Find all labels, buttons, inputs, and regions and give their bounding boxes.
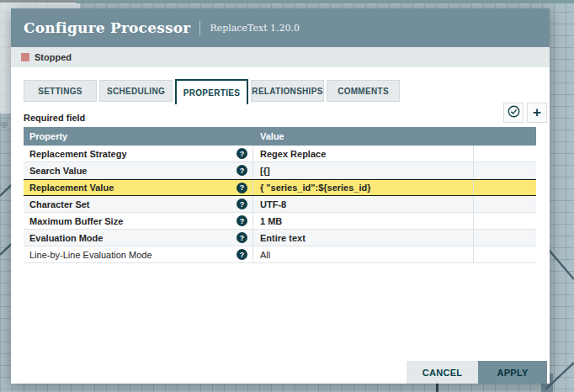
help-icon[interactable]: ? [237, 199, 247, 209]
tab-comments[interactable]: COMMENTS [327, 80, 400, 102]
property-name: Character Set [29, 199, 237, 209]
stopped-square-icon [21, 53, 29, 61]
row-extra-cell [474, 246, 536, 262]
property-value[interactable]: [{] [253, 162, 474, 178]
property-name: Line-by-Line Evaluation Mode [29, 250, 237, 260]
property-value[interactable]: { "series_id":${series_id} [253, 180, 474, 195]
property-value[interactable]: UTF-8 [253, 196, 474, 212]
property-row-line-by-line-evaluation-mode[interactable]: Line-by-Line Evaluation Mode ? All [24, 246, 536, 263]
help-icon[interactable]: ? [237, 148, 247, 159]
row-extra-cell [474, 162, 536, 178]
property-name: Replacement Value [29, 183, 237, 193]
status-bar: Stopped [11, 47, 550, 67]
property-row-character-set[interactable]: Character Set ? UTF-8 [24, 196, 536, 213]
dialog-title: Configure Processor [24, 19, 190, 36]
column-header-value: Value [253, 131, 284, 141]
row-extra-cell [474, 196, 536, 212]
add-property-button[interactable]: + [527, 103, 547, 123]
property-row-evaluation-mode[interactable]: Evaluation Mode ? Entire text [24, 230, 536, 246]
cancel-button[interactable]: CANCEL [407, 361, 478, 384]
property-name: Maximum Buffer Size [29, 216, 237, 226]
dialog-header: Configure Processor ReplaceText 1.20.0 [11, 8, 550, 47]
property-row-replacement-strategy[interactable]: Replacement Strategy ? Regex Replace [24, 146, 536, 162]
tab-properties[interactable]: PROPERTIES [175, 79, 248, 104]
help-icon[interactable]: ? [237, 232, 247, 243]
tab-relationships[interactable]: RELATIONSHIPS [251, 80, 324, 102]
table-header: Property Value [24, 127, 536, 146]
row-extra-cell [474, 230, 536, 246]
property-value[interactable]: All [253, 246, 474, 262]
help-icon[interactable]: ? [237, 165, 247, 176]
verify-properties-button[interactable] [503, 103, 524, 123]
properties-table: Property Value Replacement Strategy ? Re… [24, 127, 536, 263]
property-value[interactable]: 1 MB [253, 213, 474, 229]
row-extra-cell [474, 180, 536, 195]
help-icon[interactable]: ? [237, 215, 247, 226]
column-header-property: Property [24, 131, 253, 141]
processor-type-version: ReplaceText 1.20.0 [210, 23, 300, 34]
property-name: Evaluation Mode [29, 233, 237, 243]
row-extra-cell [474, 146, 536, 162]
configure-processor-dialog: Configure Processor ReplaceText 1.20.0 S… [11, 8, 550, 384]
property-row-search-value[interactable]: Search Value ? [{] [24, 162, 536, 179]
title-divider [199, 21, 200, 35]
property-value[interactable]: Entire text [253, 230, 474, 246]
check-circle-icon [508, 105, 520, 121]
help-icon[interactable]: ? [237, 183, 247, 193]
dialog-tabs: SETTINGS SCHEDULING PROPERTIES RELATIONS… [24, 80, 402, 104]
row-extra-cell [474, 213, 536, 229]
required-field-label: Required field [24, 113, 85, 123]
tab-settings[interactable]: SETTINGS [24, 80, 97, 102]
plus-icon: + [533, 105, 541, 119]
property-name: Search Value [29, 166, 237, 176]
apply-button[interactable]: APPLY [478, 361, 547, 384]
status-label: Stopped [35, 52, 72, 62]
tab-scheduling[interactable]: SCHEDULING [99, 80, 173, 102]
help-icon[interactable]: ? [237, 249, 247, 260]
property-name: Replacement Strategy [29, 149, 237, 159]
property-value[interactable]: Regex Replace [253, 146, 474, 162]
property-row-replacement-value[interactable]: Replacement Value ? { "series_id":${seri… [24, 179, 536, 196]
property-row-maximum-buffer-size[interactable]: Maximum Buffer Size ? 1 MB [24, 213, 536, 230]
